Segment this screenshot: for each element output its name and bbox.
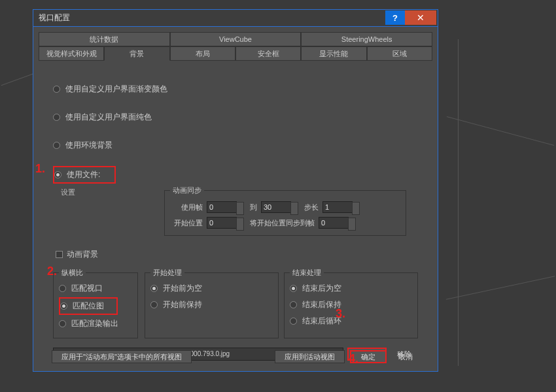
viewport-config-dialog: 视口配置 ? ✕ 统计数据 ViewCube SteeringWheels 视觉… (33, 9, 438, 372)
radio-label: 匹配视口 (71, 283, 103, 294)
group-title: 开始处理 (150, 268, 184, 278)
tab-background[interactable]: 背景 (104, 46, 169, 61)
radio-env-bg[interactable]: 使用环境背景 (53, 138, 418, 153)
titlebar[interactable]: 视口配置 ? ✕ (33, 10, 438, 27)
radio-custom-solid[interactable]: 使用自定义用户界面纯色 (53, 110, 418, 125)
radio-label: 结束后为空 (302, 283, 341, 294)
tab-regions[interactable]: 区域 (367, 46, 432, 61)
group-title: 动画同步 (170, 186, 204, 195)
label-use-frame: 使用帧 (170, 203, 203, 212)
group-aspect: 纵横比 匹配视口 匹配位图 匹配渲染输出 (53, 272, 138, 338)
radio-match-render[interactable]: 匹配渲染输出 (59, 316, 132, 331)
spinner-step[interactable]: 1 (322, 201, 353, 213)
radio-end-hold[interactable]: 结束后保持 (290, 297, 412, 312)
radio-label: 结束后循环 (302, 316, 341, 327)
radio-custom-gradient[interactable]: 使用自定义用户界面渐变颜色 (53, 82, 418, 97)
radio-icon (290, 318, 297, 325)
radio-icon (54, 171, 61, 178)
ok-button[interactable]: 确定 (350, 350, 387, 363)
radio-match-bitmap[interactable]: 匹配位图 (59, 297, 118, 315)
group-start-proc: 开始处理 开始前为空 开始前保持 (145, 272, 279, 338)
tab-safe-frames[interactable]: 安全框 (235, 46, 301, 61)
tab-steeringwheels[interactable]: SteeringWheels (301, 32, 432, 46)
radio-icon (60, 302, 67, 310)
radio-label: 匹配位图 (73, 301, 104, 312)
spinner-to[interactable]: 30 (261, 201, 291, 213)
tab-content: 使用自定义用户界面渐变颜色 使用自定义用户界面纯色 使用环境背景 使用文件: 设… (33, 61, 438, 367)
tab-display-perf[interactable]: 显示性能 (301, 46, 366, 61)
radio-match-viewport[interactable]: 匹配视口 (59, 281, 132, 296)
tabs-row-2: 视觉样式和外观 背景 布局 安全框 显示性能 区域 (39, 46, 432, 61)
tab-layout[interactable]: 布局 (170, 46, 235, 61)
group-end-proc: 结束处理 结束后为空 结束后保持 结束后循环 (284, 272, 418, 338)
checkbox-label: 动画背景 (67, 249, 98, 260)
radio-icon (53, 114, 60, 121)
radio-label: 开始前保持 (163, 299, 202, 310)
tabs-row-1: 统计数据 ViewCube SteeringWheels (39, 32, 432, 46)
spinner-sync[interactable]: 0 (319, 217, 349, 229)
radio-icon (59, 320, 66, 327)
radio-start-blank[interactable]: 开始前为空 (150, 281, 273, 296)
checkbox-icon (56, 251, 63, 258)
radio-label: 使用文件: (67, 169, 100, 180)
tab-viewcube[interactable]: ViewCube (170, 32, 302, 46)
radio-use-file[interactable]: 使用文件: (53, 166, 116, 184)
spinner-use-frame[interactable]: 0 (207, 201, 237, 213)
label-start-pos: 开始位置 (170, 218, 203, 228)
radio-label: 使用环境背景 (65, 140, 113, 151)
group-title: 结束处理 (290, 268, 324, 278)
radio-label: 使用自定义用户界面纯色 (65, 112, 152, 123)
radio-icon (53, 142, 60, 149)
radio-icon (150, 285, 158, 292)
group-anim-sync: 动画同步 使用帧 0 到 30 步长 1 开始位置 0 将开始位置同步到帧 0 (164, 190, 406, 236)
radio-label: 匹配渲染输出 (71, 318, 118, 329)
radio-icon (53, 86, 60, 93)
radio-end-loop[interactable]: 结束后循环 (290, 314, 412, 329)
radio-label: 结束后保持 (302, 299, 341, 310)
radio-label: 使用自定义用户界面渐变颜色 (65, 84, 167, 95)
radio-start-hold[interactable]: 开始前保持 (150, 297, 273, 312)
help-button[interactable]: ? (385, 10, 405, 25)
tab-statistics[interactable]: 统计数据 (39, 32, 170, 46)
apply-active-view-button[interactable]: 应用到活动视图 (275, 350, 345, 363)
tab-visual-style[interactable]: 视觉样式和外观 (39, 46, 104, 61)
label-sync-start: 将开始位置同步到帧 (250, 218, 315, 228)
radio-label: 开始前为空 (163, 283, 202, 294)
radio-icon (59, 285, 66, 292)
label-step: 步长 (304, 203, 319, 212)
group-title: 纵横比 (59, 268, 86, 278)
radio-icon (150, 301, 158, 308)
apply-all-views-button[interactable]: 应用于"活动布局"选项卡中的所有视图 (52, 350, 192, 363)
footer-row: 应用于"活动布局"选项卡中的所有视图 应用到活动视图 确定 取消 (33, 350, 438, 363)
label-to: 到 (250, 203, 257, 212)
radio-icon (290, 301, 297, 308)
radio-end-blank[interactable]: 结束后为空 (290, 281, 412, 296)
cancel-button[interactable]: 取消 (392, 350, 419, 363)
radio-icon (290, 285, 297, 292)
checkbox-anim-bg[interactable]: 动画背景 (56, 247, 418, 262)
window-title: 视口配置 (39, 12, 385, 24)
spinner-start-pos[interactable]: 0 (207, 217, 237, 229)
close-icon: ✕ (417, 12, 425, 23)
close-button[interactable]: ✕ (405, 10, 436, 25)
